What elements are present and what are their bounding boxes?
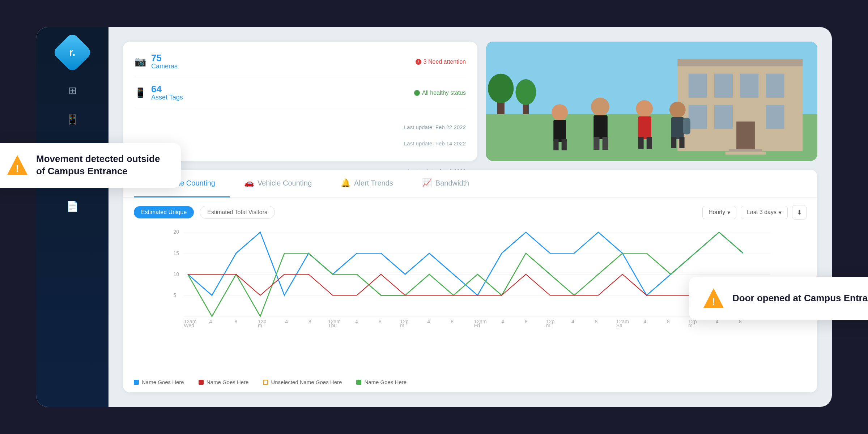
svg-text:8: 8 [595,319,598,324]
sidebar: r. ⊞ 📱 📍 🎬 📄 [36,27,109,407]
svg-text:10: 10 [173,271,179,277]
svg-rect-25 [603,137,608,150]
tags-count: 64 [151,84,183,94]
alerts-tab-label: Alert Trends [354,179,393,187]
camera-card [486,42,817,161]
chart-legend: Name Goes Here Name Goes Here Unselected… [123,375,817,392]
download-button[interactable]: ⬇ [792,205,807,220]
svg-point-26 [636,100,653,117]
legend-box-4 [356,380,361,385]
svg-text:m: m [546,323,550,328]
svg-text:15: 15 [173,250,179,256]
period-select[interactable]: Last 3 days ▾ [741,206,788,219]
svg-text:Thu: Thu [328,323,337,328]
svg-point-5 [515,79,536,105]
tab-alerts[interactable]: 🔔 Alert Trends [326,170,408,197]
tab-vehicle[interactable]: 🚗 Vehicle Counting [230,170,326,197]
legend-box-3 [263,380,268,385]
tab-bandwidth[interactable]: 📈 Bandwidth [408,170,484,197]
campus-scene [486,42,817,161]
svg-point-30 [669,102,686,118]
campus-svg [486,42,817,161]
legend-item-2: Name Goes Here [199,379,249,385]
svg-rect-14 [766,105,784,129]
bandwidth-tab-label: Bandwidth [435,179,469,187]
tags-status-text: All healthy status [422,90,466,96]
alert-triangle-right: ! [702,287,725,310]
svg-rect-23 [593,115,608,139]
svg-point-3 [488,74,514,103]
sidebar-item-tags[interactable]: 📱 [58,107,87,132]
svg-text:Wed: Wed [184,323,194,328]
svg-text:20: 20 [173,229,179,235]
hourly-select[interactable]: Hourly ▾ [702,206,736,219]
svg-text:4: 4 [209,319,212,324]
sidebar-item-reports[interactable]: 📄 [58,193,87,219]
legend-label-1: Name Goes Here [142,379,184,385]
legend-item-3: Unselected Name Goes Here [263,379,342,385]
top-row: 📷 75 Cameras ! 3 Need attention 📱 [123,42,817,161]
svg-rect-33 [671,137,676,148]
svg-point-18 [552,104,568,120]
legend-label-3: Unselected Name Goes Here [271,379,342,385]
cameras-count: 75 [151,53,178,63]
svg-rect-12 [689,105,707,129]
svg-rect-34 [679,137,684,148]
legend-box-2 [199,380,204,385]
svg-text:8: 8 [379,319,382,324]
svg-text:8: 8 [525,319,528,324]
chart-tabs: 👤 People Counting 🚗 Vehicle Counting 🔔 A… [123,170,817,198]
svg-rect-28 [638,137,643,149]
legend-item-4: Name Goes Here [356,379,407,385]
svg-text:!: ! [712,296,715,307]
update-text-2: Last update: Feb 14 2022 [135,139,466,148]
estimated-total-button[interactable]: Estimated Total Visitors [200,206,275,219]
chart-controls-right: Hourly ▾ Last 3 days ▾ ⬇ [702,205,807,220]
svg-text:4: 4 [355,319,358,324]
estimated-unique-button[interactable]: Estimated Unique [134,206,194,218]
cameras-info: 75 Cameras [151,53,178,70]
svg-rect-32 [683,118,690,135]
alert-tooltip-movement: ! Movement detected outside of Campus En… [0,143,181,188]
svg-rect-11 [766,74,784,98]
svg-point-22 [591,98,609,116]
cameras-icon: ⊞ [68,85,77,97]
cameras-status: ! 3 Need attention [416,59,466,65]
alert-text-door: Door opened at Campus Entrance [732,292,868,305]
tag-stat-icon: 📱 [135,87,146,98]
cameras-stat-row: 📷 75 Cameras ! 3 Need attention [135,53,466,77]
tags-icon: 📱 [66,114,79,125]
sidebar-logo[interactable]: r. [52,32,93,73]
svg-text:!: ! [16,163,19,174]
svg-rect-15 [736,122,755,151]
svg-text:Fri: Fri [474,323,480,328]
cameras-stat-left: 📷 75 Cameras [135,53,178,70]
reports-icon: 📄 [66,200,79,212]
hourly-chevron: ▾ [727,209,730,216]
svg-text:8: 8 [309,319,311,324]
svg-rect-27 [638,116,651,139]
cameras-label: Cameras [151,63,178,70]
vehicle-tab-icon: 🚗 [244,178,254,188]
tags-stat-row: 📱 64 Asset Tags ✓ All healthy status [135,84,466,108]
alerts-tab-icon: 🔔 [341,178,350,188]
content-area: 📷 75 Cameras ! 3 Need attention 📱 [109,27,832,407]
sidebar-item-cameras[interactable]: ⊞ [58,78,87,103]
svg-text:4: 4 [427,319,430,324]
cameras-status-text: 3 Need attention [424,59,466,65]
svg-rect-29 [647,137,652,149]
svg-rect-17 [726,152,766,154]
alert-triangle-left: ! [6,154,29,177]
alert-icon-left: ! [6,154,29,177]
tags-status-icon: ✓ [414,90,420,96]
svg-rect-20 [553,139,558,150]
bandwidth-tab-icon: 📈 [422,178,432,188]
svg-text:m: m [258,323,262,328]
alert-text-movement: Movement detected outside of Campus Entr… [36,153,168,178]
svg-rect-24 [593,137,599,150]
svg-text:5: 5 [173,292,176,298]
svg-text:t: t [616,326,618,328]
period-label: Last 3 days [747,209,776,216]
svg-rect-9 [714,74,733,98]
svg-text:4: 4 [501,319,504,324]
